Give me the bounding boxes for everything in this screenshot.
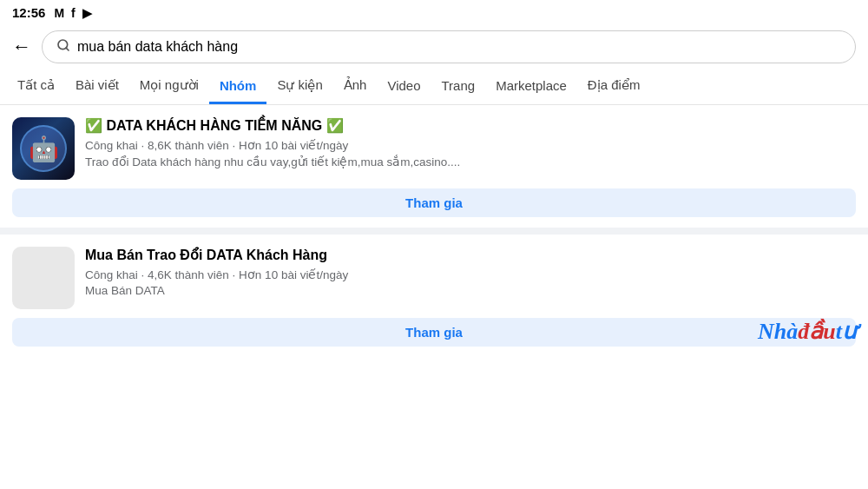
group-card: Mua Bán Trao Đổi DATA Khách Hàng Công kh… (0, 235, 868, 357)
join-button-area: Tham gia (0, 318, 868, 357)
join-button[interactable]: Tham gia (12, 318, 856, 347)
nav-tab-marketplace[interactable]: Marketplace (485, 69, 577, 104)
navigation-tabs: Tất cảBài viếtMọi ngườiNhómSự kiệnẢnhVid… (0, 69, 868, 105)
group-details: ✅ DATA KHÁCH HÀNG TIỀM NĂNG ✅ Công khai … (85, 117, 856, 169)
group-details: Mua Bán Trao Đổi DATA Khách Hàng Công kh… (85, 247, 856, 297)
group-name: Mua Bán Trao Đổi DATA Khách Hàng (85, 247, 856, 265)
watermark-text: Nhàđầutư (758, 319, 856, 344)
back-button[interactable]: ← (12, 37, 31, 56)
status-icons: M f ▶ (54, 6, 91, 20)
watermark: Nhàđầutư (758, 318, 856, 345)
group-meta: Công khai · 4,6K thành viên · Hơn 10 bài… (85, 268, 856, 281)
nav-tab-trang[interactable]: Trang (431, 69, 486, 104)
group-desc: Trao đổi Data khách hàng nhu cầu vay,gửi… (85, 155, 856, 169)
search-icon (56, 38, 70, 56)
nav-tab-ảnh[interactable]: Ảnh (333, 69, 378, 104)
group-info: Mua Bán Trao Đổi DATA Khách Hàng Công kh… (0, 235, 868, 318)
nav-tab-địa-điểm[interactable]: Địa điểm (577, 69, 651, 104)
svg-line-1 (66, 48, 69, 50)
nav-tab-tất-cả[interactable]: Tất cả (7, 69, 65, 104)
search-results: ✅ DATA KHÁCH HÀNG TIỀM NĂNG ✅ Công khai … (0, 105, 868, 357)
gmail-icon: M (54, 6, 64, 20)
join-button-area: Tham gia (0, 188, 868, 228)
search-query: mua bán data khách hàng (77, 39, 238, 55)
facebook-icon: f (71, 6, 76, 20)
group-info: ✅ DATA KHÁCH HÀNG TIỀM NĂNG ✅ Công khai … (0, 105, 868, 188)
group-desc: Mua Bán DATA (85, 284, 856, 297)
status-bar: 12:56 M f ▶ (0, 0, 868, 25)
group-card: ✅ DATA KHÁCH HÀNG TIỀM NĂNG ✅ Công khai … (0, 105, 868, 228)
group-name: ✅ DATA KHÁCH HÀNG TIỀM NĂNG ✅ (85, 117, 856, 135)
nav-tab-nhóm[interactable]: Nhóm (209, 69, 267, 104)
group-thumbnail (12, 247, 75, 309)
join-button[interactable]: Tham gia (12, 188, 856, 217)
group-thumbnail (12, 117, 75, 180)
nav-tab-bài-viết[interactable]: Bài viết (65, 69, 129, 104)
content-wrapper: ✅ DATA KHÁCH HÀNG TIỀM NĂNG ✅ Công khai … (0, 105, 868, 357)
group-meta: Công khai · 8,6K thành viên · Hơn 10 bài… (85, 138, 856, 152)
search-box[interactable]: mua bán data khách hàng (42, 30, 856, 63)
nav-tab-video[interactable]: Video (377, 69, 431, 104)
youtube-icon: ▶ (82, 6, 92, 20)
status-time: 12:56 (12, 5, 45, 20)
nav-tab-sự-kiện[interactable]: Sự kiện (266, 69, 332, 104)
search-area: ← mua bán data khách hàng (0, 25, 868, 69)
nav-tab-mọi-người[interactable]: Mọi người (129, 69, 209, 104)
